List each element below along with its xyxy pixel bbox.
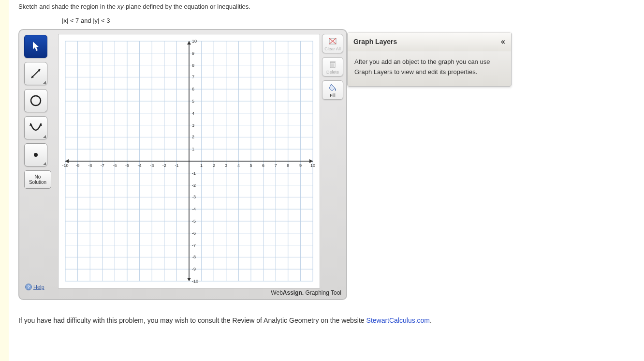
fill-label: Fill xyxy=(322,93,343,98)
problem-instruction: Sketch and shade the region in the xy-pl… xyxy=(18,3,634,10)
svg-text:6: 6 xyxy=(262,163,264,168)
svg-text:-6: -6 xyxy=(113,163,117,168)
svg-point-3 xyxy=(31,96,41,105)
graph-canvas[interactable]: -10-9-8-7-6-5-4-3-2-112345678910-10-9-8-… xyxy=(58,34,320,288)
line-tool[interactable] xyxy=(24,62,47,85)
help-icon: ? xyxy=(25,284,32,290)
brand-rest: Graphing Tool xyxy=(304,289,341,296)
clear-all-label: Clear All xyxy=(322,46,343,51)
svg-text:4: 4 xyxy=(237,163,240,168)
svg-text:-7: -7 xyxy=(192,243,196,248)
svg-text:6: 6 xyxy=(192,87,194,91)
graph-layers-header[interactable]: Graph Layers « xyxy=(348,32,511,51)
help-link[interactable]: ? Help xyxy=(25,284,44,290)
svg-text:-10: -10 xyxy=(62,163,68,168)
point-icon xyxy=(32,151,39,158)
instruction-text-2: -plane defined by the equation or inequa… xyxy=(124,3,250,10)
point-tool[interactable] xyxy=(24,143,47,166)
graph-layers-body: After you add an object to the graph you… xyxy=(348,51,511,86)
help-label: Help xyxy=(33,284,44,290)
svg-text:-6: -6 xyxy=(192,231,196,236)
svg-text:10: 10 xyxy=(192,39,197,44)
svg-text:-2: -2 xyxy=(192,183,196,188)
delete-button[interactable]: Delete xyxy=(322,57,343,76)
tool-palette: No Solution xyxy=(24,35,53,189)
svg-text:2: 2 xyxy=(192,135,194,139)
line-icon xyxy=(29,67,42,80)
svg-point-6 xyxy=(34,153,38,157)
brand-web: Web xyxy=(271,289,282,296)
svg-text:5: 5 xyxy=(192,99,194,104)
svg-text:-8: -8 xyxy=(192,255,196,259)
graphing-tool-container: No Solution -10-9-8-7-6-5-4-3-2-11234567… xyxy=(18,29,347,300)
svg-text:-3: -3 xyxy=(192,195,196,199)
instruction-text-1: Sketch and shade the region in the xyxy=(18,3,117,10)
footer-brand: WebAssign. Graphing Tool xyxy=(271,289,341,296)
svg-text:-2: -2 xyxy=(162,163,166,168)
circle-tool[interactable] xyxy=(24,89,47,112)
svg-text:-5: -5 xyxy=(125,163,129,168)
pointer-icon xyxy=(31,41,40,52)
parabola-icon xyxy=(29,120,43,135)
trash-icon xyxy=(322,59,343,70)
hint-prefix: If you have had difficulty with this pro… xyxy=(18,316,366,324)
svg-rect-99 xyxy=(330,61,336,62)
parabola-tool[interactable] xyxy=(24,116,47,139)
svg-text:-7: -7 xyxy=(101,163,104,168)
svg-text:1: 1 xyxy=(200,163,203,168)
brand-assign: Assign. xyxy=(283,289,304,296)
svg-text:7: 7 xyxy=(192,75,194,79)
svg-text:-1: -1 xyxy=(192,171,196,176)
svg-marker-54 xyxy=(187,278,191,281)
svg-text:-8: -8 xyxy=(88,163,92,168)
svg-text:9: 9 xyxy=(299,163,302,168)
svg-text:1: 1 xyxy=(192,147,194,151)
svg-text:9: 9 xyxy=(192,51,194,56)
hint-text: If you have had difficulty with this pro… xyxy=(18,316,634,324)
svg-text:-10: -10 xyxy=(192,279,198,284)
circle-icon xyxy=(29,94,43,107)
svg-text:8: 8 xyxy=(192,63,194,68)
svg-text:3: 3 xyxy=(225,163,227,168)
svg-text:7: 7 xyxy=(275,163,277,168)
svg-text:-3: -3 xyxy=(150,163,154,168)
fill-icon xyxy=(322,82,343,93)
clear-all-icon xyxy=(322,36,343,46)
delete-label: Delete xyxy=(322,70,343,75)
svg-text:3: 3 xyxy=(192,123,194,128)
svg-marker-52 xyxy=(65,159,69,163)
no-solution-line2: Solution xyxy=(26,180,50,185)
hint-suffix: . xyxy=(430,316,432,324)
instruction-plane: xy xyxy=(117,3,124,10)
pointer-tool[interactable] xyxy=(24,35,47,58)
svg-text:-4: -4 xyxy=(138,163,142,168)
svg-text:8: 8 xyxy=(287,163,289,168)
clear-all-button[interactable]: Clear All xyxy=(322,34,343,53)
graph-layers-panel: Graph Layers « After you add an object t… xyxy=(347,32,512,87)
collapse-icon[interactable]: « xyxy=(501,37,505,46)
svg-text:-9: -9 xyxy=(76,163,80,168)
inequality-expression: |x| < 7 and |y| < 3 xyxy=(62,17,634,24)
graph-layers-title: Graph Layers xyxy=(353,38,397,45)
left-highlight-bar xyxy=(0,0,9,361)
hint-link[interactable]: StewartCalculus.com xyxy=(366,316,430,324)
no-solution-line1: No xyxy=(26,174,50,180)
svg-text:4: 4 xyxy=(192,111,194,116)
svg-text:2: 2 xyxy=(213,163,215,168)
svg-marker-53 xyxy=(187,41,191,45)
svg-text:5: 5 xyxy=(249,163,252,168)
svg-text:-4: -4 xyxy=(192,207,196,211)
svg-text:-9: -9 xyxy=(192,267,196,271)
fill-button[interactable]: Fill xyxy=(322,80,343,100)
svg-text:-5: -5 xyxy=(192,219,196,224)
svg-marker-51 xyxy=(309,159,313,163)
svg-text:-1: -1 xyxy=(175,163,178,168)
svg-text:10: 10 xyxy=(310,163,315,168)
no-solution-button[interactable]: No Solution xyxy=(24,170,51,189)
graph-grid: -10-9-8-7-6-5-4-3-2-112345678910-10-9-8-… xyxy=(59,34,320,288)
